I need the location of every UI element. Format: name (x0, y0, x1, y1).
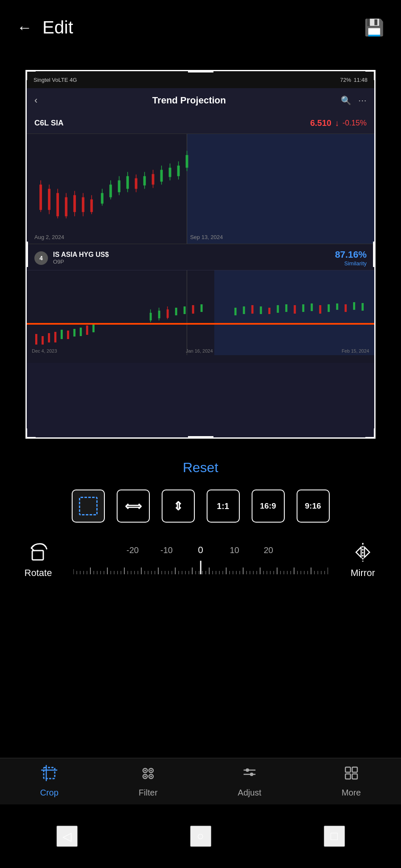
svg-rect-42 (73, 329, 76, 337)
svg-rect-170 (345, 774, 351, 779)
svg-rect-72 (32, 551, 43, 560)
svg-rect-61 (277, 305, 279, 313)
system-home-btn[interactable]: ○ (190, 826, 211, 847)
svg-rect-168 (345, 767, 351, 772)
svg-rect-65 (311, 303, 313, 311)
system-nav-bar: ◁ ○ □ (0, 804, 401, 868)
sim-chart-area: Dec 4, 2023 Jan 16, 2024 Feb 15, 2024 (27, 270, 374, 355)
svg-point-161 (150, 770, 152, 771)
sim-date-right: Feb 15, 2024 (342, 348, 369, 353)
more-icon: ⋯ (358, 95, 367, 106)
svg-rect-171 (352, 774, 357, 779)
adjust-icon (241, 765, 258, 785)
filter-icon-svg (140, 765, 156, 781)
aspect-16-9-label: 16:9 (260, 501, 276, 511)
svg-rect-67 (328, 304, 330, 312)
edge-handle-top[interactable] (188, 70, 213, 72)
sim-left: 4 IS ASIA HYG US$ O9P (34, 251, 109, 265)
svg-rect-153 (44, 768, 55, 779)
aspect-16-9-btn[interactable]: 16:9 (252, 490, 285, 523)
sim-label: Similarity (335, 260, 367, 267)
carrier-text: Singtel VoLTE 4G (34, 77, 77, 83)
corner-handle-tr[interactable] (365, 70, 376, 80)
aspect-flip-h-btn[interactable]: ⟺ (117, 490, 150, 523)
aspect-1-1-label: 1:1 (217, 501, 229, 511)
reset-button[interactable]: Reset (183, 460, 219, 476)
similarity-header: 4 IS ASIA HYG US$ O9P 87.16% Similarity (27, 244, 374, 270)
svg-rect-40 (61, 330, 63, 339)
ruler-ticks-row: // we'll just inline the ticks (64, 559, 337, 574)
battery-text: 72% (340, 77, 351, 83)
page-title: Edit (42, 17, 73, 38)
aspect-flip-v-btn[interactable]: ⇕ (162, 490, 195, 523)
sim-percentage: 87.16% (335, 249, 367, 260)
edit-header: ← Edit 💾 (0, 0, 401, 55)
nav-crop[interactable]: Crop (40, 765, 59, 798)
svg-rect-45 (93, 325, 95, 332)
chart-date-right: Sep 13, 2024 (190, 234, 223, 240)
crop-frame[interactable]: Singtel VoLTE 4G 72% 11:48 ‹ Trend Proje… (25, 70, 376, 439)
rotate-icon[interactable] (26, 540, 50, 564)
candlestick-chart-top (27, 134, 374, 244)
bottom-nav: Crop Filter Adjust (0, 758, 401, 804)
svg-rect-66 (319, 305, 321, 314)
svg-rect-68 (336, 303, 338, 310)
sim-date-left: Dec 4, 2023 (32, 348, 57, 353)
more-icon-svg (343, 765, 359, 781)
status-bar: Singtel VoLTE 4G 72% 11:48 (27, 71, 374, 88)
corner-handle-tl[interactable] (25, 70, 36, 80)
stock-info-row: C6L SIA 6.510 ↓ -0.15% (27, 113, 374, 134)
stock-price-value: 6.510 (310, 118, 331, 128)
save-icon[interactable]: 💾 (364, 18, 384, 37)
edge-handle-left[interactable] (25, 242, 28, 267)
svg-point-162 (144, 776, 146, 777)
edge-handle-right[interactable] (373, 242, 376, 267)
rotate-label: Rotate (25, 568, 52, 579)
svg-rect-41 (67, 331, 69, 339)
svg-rect-57 (243, 306, 245, 314)
svg-marker-151 (356, 547, 361, 557)
ruler-zero: 0 (184, 545, 218, 556)
ruler-numbers: -20 -10 0 10 20 (64, 545, 337, 556)
ruler-container[interactable]: -20 -10 0 10 20 // we'll just inline the… (64, 538, 337, 581)
svg-marker-152 (365, 547, 370, 557)
system-recent-btn[interactable]: □ (324, 826, 345, 847)
ruler-minus10: -10 (150, 545, 184, 555)
app-action-icons: 🔍 ⋯ (341, 95, 367, 106)
edge-handle-bottom[interactable] (188, 436, 213, 439)
app-title: Trend Projection (152, 95, 226, 106)
mirror-icon[interactable] (351, 540, 375, 564)
corner-handle-bl[interactable] (25, 428, 36, 439)
nav-filter[interactable]: Filter (139, 765, 157, 798)
aspect-9-16-btn[interactable]: 9:16 (297, 490, 330, 523)
mirror-btn-area: Mirror (337, 540, 388, 579)
sim-date-mid: Jan 16, 2024 (186, 348, 213, 353)
svg-rect-53 (184, 306, 186, 314)
svg-rect-44 (86, 326, 88, 335)
aspect-1-1-btn[interactable]: 1:1 (207, 490, 240, 523)
crop-label: Crop (40, 788, 59, 798)
svg-rect-36 (35, 334, 37, 345)
nav-adjust[interactable]: Adjust (238, 765, 261, 798)
aspect-free-btn[interactable] (72, 490, 105, 523)
svg-point-166 (246, 768, 249, 772)
svg-rect-56 (234, 308, 236, 315)
nav-more[interactable]: More (342, 765, 361, 798)
rotate-icon-svg (28, 542, 48, 562)
app-header: ‹ Trend Projection 🔍 ⋯ (27, 88, 374, 113)
svg-rect-58 (251, 305, 253, 314)
back-button[interactable]: ← (17, 19, 32, 36)
svg-rect-54 (192, 305, 194, 314)
corner-handle-br[interactable] (365, 428, 376, 439)
system-back-btn[interactable]: ◁ (56, 826, 78, 847)
svg-rect-64 (302, 304, 304, 312)
ruler-plus10: 10 (218, 545, 252, 555)
svg-rect-38 (48, 333, 50, 342)
aspect-9-16-label: 9:16 (305, 501, 321, 511)
chart-top: Aug 2, 2024 Sep 13, 2024 (27, 134, 374, 244)
sim-dates: Dec 4, 2023 Jan 16, 2024 Feb 15, 2024 (27, 348, 374, 353)
filter-icon (140, 765, 156, 785)
stock-price-area: 6.510 ↓ -0.15% (310, 118, 367, 128)
svg-rect-52 (175, 308, 177, 315)
rotate-btn-area: Rotate (13, 540, 64, 579)
